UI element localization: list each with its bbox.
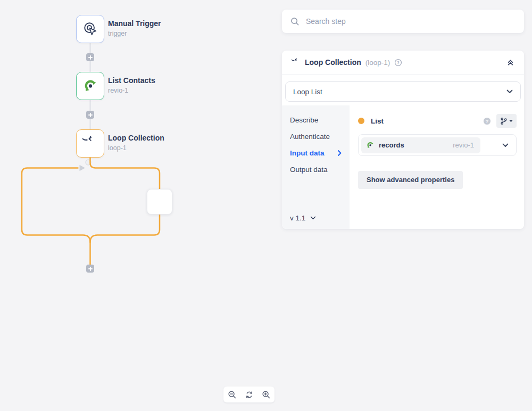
value-source: revio-1 xyxy=(453,141,474,149)
chevron-right-icon xyxy=(338,150,342,156)
sync-icon xyxy=(245,390,254,399)
manual-trigger-icon xyxy=(82,21,98,37)
connected-value-pill: records revio-1 xyxy=(361,137,480,153)
tab-label: Authenticate xyxy=(290,133,330,141)
node-title: Manual Trigger xyxy=(108,19,161,28)
step-id: (loop-1) xyxy=(365,59,390,67)
field-label: List xyxy=(371,117,384,125)
branch-icon xyxy=(500,117,507,125)
node-label-loop-collection: Loop Collection loop-1 xyxy=(108,134,164,152)
version-selector[interactable]: v 1.1 xyxy=(290,214,316,222)
chevron-down-icon xyxy=(310,216,316,220)
node-title: Loop Collection xyxy=(108,134,164,143)
input-data-content: List ? xyxy=(350,105,524,229)
field-help-icon[interactable]: ? xyxy=(483,117,491,125)
zoom-out-icon xyxy=(228,390,237,399)
show-advanced-properties-button[interactable]: Show advanced properties xyxy=(358,171,463,189)
zoom-in-icon xyxy=(262,390,271,399)
node-label-list-contacts: List Contacts revio-1 xyxy=(108,76,155,95)
node-subtitle: trigger xyxy=(108,29,161,38)
panel-header: Loop Collection (loop-1) ? xyxy=(282,51,524,75)
node-list-contacts[interactable] xyxy=(76,72,104,100)
panel-subnav: Describe Authenticate Input data Output … xyxy=(282,105,350,229)
loop-icon xyxy=(292,58,301,67)
zoom-in-button[interactable] xyxy=(257,387,275,402)
required-field-dot xyxy=(358,118,364,124)
tab-label: Describe xyxy=(290,116,318,124)
version-label: v 1.1 xyxy=(290,214,305,222)
add-step-button[interactable] xyxy=(86,265,94,273)
collapse-panel-button[interactable] xyxy=(506,59,514,67)
node-loop-collection[interactable] xyxy=(76,129,104,158)
tab-authenticate[interactable]: Authenticate xyxy=(282,128,350,145)
tab-label: Input data xyxy=(290,149,325,157)
revio-connector-icon xyxy=(82,78,98,94)
node-subtitle: loop-1 xyxy=(108,144,164,152)
loop-direction-arrow-icon xyxy=(80,165,86,171)
add-step-button[interactable] xyxy=(86,53,94,61)
node-manual-trigger[interactable] xyxy=(76,15,104,43)
tab-output-data[interactable]: Output data xyxy=(282,161,350,178)
tab-input-data[interactable]: Input data xyxy=(282,145,350,161)
add-step-button[interactable] xyxy=(86,111,94,119)
tab-label: Output data xyxy=(290,166,328,174)
field-mapping-dropdown-button[interactable] xyxy=(496,114,517,128)
list-value-row[interactable]: records revio-1 xyxy=(358,134,517,156)
node-subtitle: revio-1 xyxy=(108,86,155,95)
loop-icon xyxy=(82,136,98,152)
node-title: List Contacts xyxy=(108,76,155,85)
canvas-zoom-toolbar xyxy=(223,387,275,402)
zoom-out-button[interactable] xyxy=(223,387,240,402)
value-name: records xyxy=(379,141,404,149)
caret-down-icon xyxy=(509,120,513,122)
search-step-input[interactable] xyxy=(306,17,516,26)
search-icon xyxy=(290,17,300,26)
svg-text:?: ? xyxy=(397,60,400,65)
step-search-card xyxy=(282,10,524,33)
help-icon[interactable]: ? xyxy=(394,59,402,67)
chevron-down-icon[interactable] xyxy=(502,143,509,147)
step-properties-panel: Loop Collection (loop-1) ? Loop List Des… xyxy=(282,51,524,229)
fit-view-button[interactable] xyxy=(240,387,257,402)
operation-value: Loop List xyxy=(293,88,322,96)
revio-connector-icon xyxy=(366,141,375,150)
operation-select[interactable]: Loop List xyxy=(285,81,521,102)
svg-text:?: ? xyxy=(486,118,488,124)
tab-describe[interactable]: Describe xyxy=(282,112,350,128)
panel-title: Loop Collection xyxy=(305,58,361,67)
node-label-manual-trigger: Manual Trigger trigger xyxy=(108,19,161,38)
chevron-down-icon xyxy=(506,89,513,94)
empty-loop-step-placeholder[interactable] xyxy=(147,189,172,215)
